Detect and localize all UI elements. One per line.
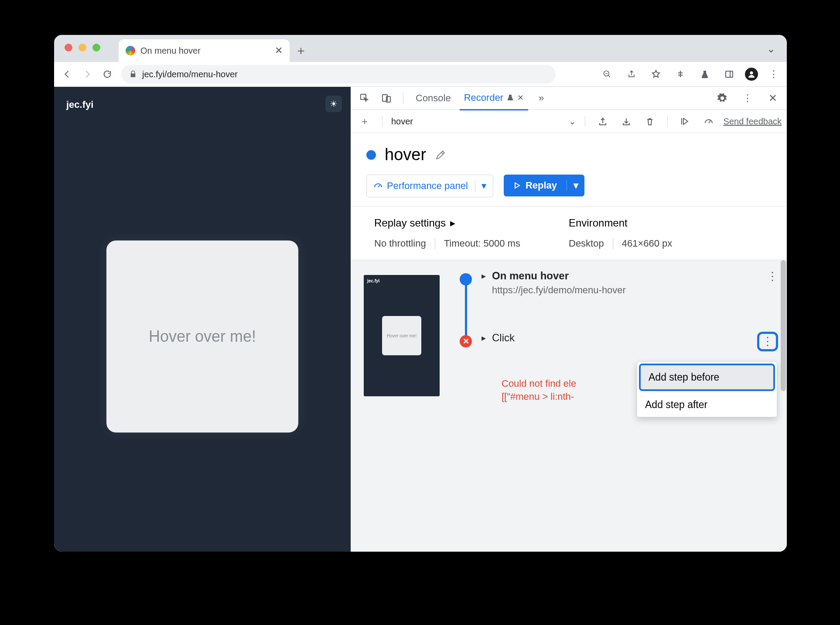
delete-icon[interactable] <box>641 113 659 130</box>
screenshot-thumbnail: jec.fyi Hover over me! <box>364 275 440 396</box>
menu-add-step-before[interactable]: Add step before <box>639 364 775 391</box>
close-panel-icon[interactable]: ✕ <box>517 93 524 103</box>
browser-tab[interactable]: On menu hover ✕ <box>119 39 290 62</box>
replay-button[interactable]: Replay ▾ <box>504 175 584 196</box>
recording-select[interactable]: hover <box>391 117 413 127</box>
step-node-1 <box>460 273 472 285</box>
expand-step-icon[interactable]: ▸ <box>481 271 486 281</box>
performance-panel-button[interactable]: Performance panel ▾ <box>366 175 493 197</box>
page-brand: jec.fyi <box>66 99 93 110</box>
step-error-text: Could not find ele [["#menu > li:nth- <box>502 377 576 403</box>
labs-icon[interactable] <box>696 65 714 83</box>
share-icon[interactable] <box>623 65 640 83</box>
back-button[interactable] <box>58 65 76 83</box>
minimize-window-icon[interactable] <box>79 44 86 52</box>
hover-card[interactable]: Hover over me! <box>106 240 298 433</box>
menu-add-step-after[interactable]: Add step after <box>637 393 777 417</box>
step-menu-icon[interactable]: ⋮ <box>767 270 778 283</box>
close-devtools-icon[interactable]: ✕ <box>764 89 782 107</box>
send-feedback-link[interactable]: Send feedback <box>724 117 782 127</box>
tab-recorder[interactable]: Recorder ✕ <box>460 86 528 110</box>
browser-toolbar: jec.fyi/demo/menu-hover ⋮ <box>54 62 787 87</box>
devtools-menu-icon[interactable]: ⋮ <box>739 89 756 107</box>
speed-icon[interactable] <box>700 113 717 130</box>
window-controls <box>65 44 100 52</box>
address-bar[interactable]: jec.fyi/demo/menu-hover <box>121 65 556 83</box>
extensions-icon[interactable] <box>672 65 689 83</box>
browser-menu-icon[interactable]: ⋮ <box>765 65 782 83</box>
step-context-menu: Add step before Add step after <box>637 361 777 417</box>
inspect-icon[interactable] <box>356 89 373 107</box>
scrollbar-thumb[interactable] <box>781 260 786 391</box>
content-area: jec.fyi ☀ Hover over me! Console Recorde… <box>54 87 787 552</box>
lock-icon <box>129 70 137 78</box>
env-size: 461×660 px <box>622 238 673 249</box>
perf-dropdown-icon[interactable]: ▾ <box>475 180 493 192</box>
throttling-value: No throttling <box>374 238 426 249</box>
settings-row: Replay settings ▸ No throttling Timeout:… <box>351 206 787 260</box>
step-node-error: ✕ <box>460 335 472 347</box>
recording-title: hover <box>385 145 426 164</box>
replay-settings-heading[interactable]: Replay settings ▸ <box>374 217 569 229</box>
step-title: Click <box>492 332 515 344</box>
step-title: On menu hover <box>492 270 626 282</box>
recording-header: hover Performance panel ▾ Rep <box>351 133 787 206</box>
new-tab-button[interactable]: ＋ <box>290 39 312 62</box>
maximize-window-icon[interactable] <box>92 44 100 52</box>
step-url: https://jec.fyi/demo/menu-hover <box>492 285 626 296</box>
recording-status-dot <box>366 150 376 160</box>
expand-step-icon[interactable]: ▸ <box>481 333 486 343</box>
timeline-line <box>465 277 467 341</box>
play-icon <box>513 182 520 189</box>
svg-rect-1 <box>726 71 733 77</box>
tab-title: On menu hover <box>140 46 201 56</box>
devtools-panel: Console Recorder ✕ » ⋮ ✕ ＋ hover <box>351 87 787 552</box>
zoom-icon[interactable] <box>598 65 616 83</box>
browser-window: On menu hover ✕ ＋ ⌄ jec.fyi/demo/menu-ho… <box>54 35 787 552</box>
flask-icon <box>507 94 514 101</box>
url-text: jec.fyi/demo/menu-hover <box>142 69 238 79</box>
tab-console[interactable]: Console <box>411 87 455 110</box>
timeout-value: Timeout: 5000 ms <box>444 238 520 249</box>
reload-button[interactable] <box>99 65 116 83</box>
env-device: Desktop <box>569 238 604 249</box>
profile-avatar[interactable] <box>745 68 758 81</box>
settings-icon[interactable] <box>714 89 731 107</box>
tabs-dropdown-icon[interactable]: ⌄ <box>767 43 775 55</box>
sidepanel-icon[interactable] <box>720 65 738 83</box>
favicon-icon <box>126 46 135 55</box>
import-icon[interactable] <box>618 113 635 130</box>
step-row-1[interactable]: ▸ On menu hover https://jec.fyi/demo/men… <box>481 270 778 296</box>
devtools-tab-bar: Console Recorder ✕ » ⋮ ✕ <box>351 87 787 110</box>
edit-title-icon[interactable] <box>435 149 446 161</box>
svg-point-2 <box>750 72 753 75</box>
chevron-down-icon[interactable]: ⌄ <box>569 116 576 127</box>
theme-toggle-button[interactable]: ☀ <box>325 96 342 112</box>
step-menu-icon[interactable]: ⋮ <box>757 332 778 351</box>
steps-panel: jec.fyi Hover over me! ✕ ▸ On menu hover… <box>351 260 787 552</box>
recorder-toolbar: ＋ hover ⌄ Send feedback <box>351 110 787 133</box>
gauge-icon <box>374 182 382 190</box>
forward-button[interactable] <box>79 65 96 83</box>
more-tabs-icon[interactable]: » <box>533 89 550 107</box>
environment-heading: Environment <box>569 217 763 229</box>
new-recording-button[interactable]: ＋ <box>356 113 373 130</box>
step-row-2[interactable]: ▸ Click ⋮ <box>481 332 778 351</box>
replay-dropdown-icon[interactable]: ▾ <box>567 180 584 191</box>
export-icon[interactable] <box>594 113 611 130</box>
device-toggle-icon[interactable] <box>378 89 395 107</box>
close-tab-icon[interactable]: ✕ <box>275 45 283 56</box>
expand-icon: ▸ <box>450 217 455 229</box>
bookmark-icon[interactable] <box>647 65 665 83</box>
close-window-icon[interactable] <box>65 44 72 52</box>
rendered-page: jec.fyi ☀ Hover over me! <box>54 87 351 552</box>
step-play-icon[interactable] <box>676 113 694 130</box>
tab-strip: On menu hover ✕ ＋ ⌄ <box>54 35 787 62</box>
